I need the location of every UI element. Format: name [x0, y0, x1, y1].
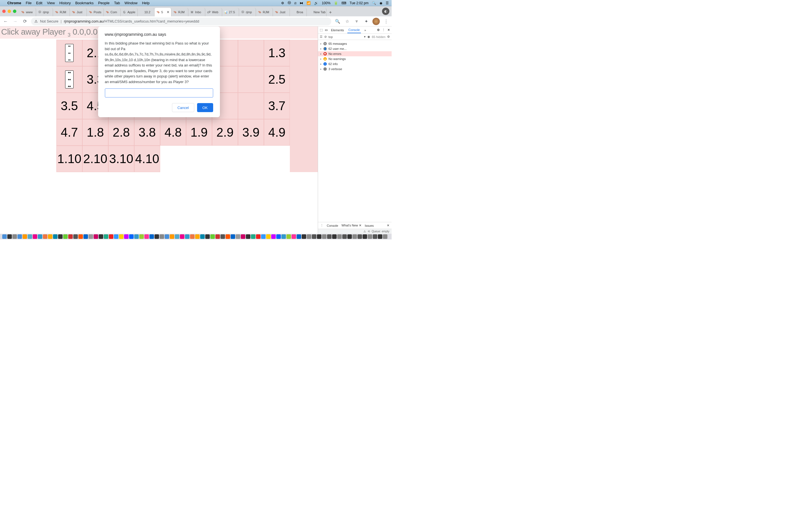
menu-edit[interactable]: Edit — [36, 1, 42, 5]
bluetooth-icon[interactable]: ⧓ — [300, 1, 303, 5]
cancel-button[interactable]: Cancel — [172, 103, 194, 112]
dock-app-icon[interactable] — [383, 234, 388, 239]
dock-app-icon[interactable] — [347, 234, 352, 239]
volume-icon[interactable]: 🔊 — [314, 1, 318, 5]
console-sidebar-icon[interactable]: ☰ — [320, 35, 322, 39]
dock-app-icon[interactable] — [94, 234, 98, 239]
macos-dock[interactable] — [0, 234, 392, 239]
dock-app-icon[interactable] — [337, 234, 342, 239]
chevron-down-icon[interactable]: ▾ — [364, 35, 366, 39]
dock-app-icon[interactable] — [33, 234, 37, 239]
menu-window[interactable]: Window — [124, 1, 137, 5]
drawer-tab-whatsnew[interactable]: What's New ✕ — [342, 224, 361, 227]
dock-app-icon[interactable] — [154, 234, 159, 239]
dock-app-icon[interactable] — [185, 234, 190, 239]
clock[interactable]: Tue 2:02 pm — [350, 1, 368, 5]
menu-people[interactable]: People — [98, 1, 109, 5]
spotlight-icon[interactable]: 🔍 — [372, 1, 376, 5]
dock-app-icon[interactable] — [144, 234, 149, 239]
dock-app-icon[interactable] — [236, 234, 240, 239]
console-filter-verbose[interactable]: ▸⋮3 verbose — [318, 66, 392, 71]
browser-tab[interactable]: 📊27.5 — [222, 8, 239, 16]
dock-app-icon[interactable] — [363, 234, 367, 239]
browser-tab[interactable]: ⓐrjmp — [36, 8, 53, 16]
devtools-close-icon[interactable]: ✕ — [388, 28, 390, 32]
forward-button[interactable]: → — [12, 18, 18, 25]
browser-tab[interactable]: Broa — [290, 8, 307, 16]
browser-tab[interactable]: 🦘5✕ — [154, 8, 171, 16]
dock-app-icon[interactable] — [317, 234, 321, 239]
dock-app-icon[interactable] — [307, 234, 311, 239]
dock-app-icon[interactable] — [225, 234, 230, 239]
ok-button[interactable]: OK — [197, 103, 213, 112]
dock-app-icon[interactable] — [170, 234, 174, 239]
dock-app-icon[interactable] — [266, 234, 271, 239]
dock-app-icon[interactable] — [352, 234, 357, 239]
browser-tab[interactable]: 10.2 — [138, 8, 154, 16]
dock-app-icon[interactable] — [160, 234, 164, 239]
prompt-input[interactable] — [105, 89, 213, 98]
dock-app-icon[interactable] — [165, 234, 169, 239]
address-bar[interactable]: ⚠ Not Secure | rjmprogramming.com.au/HTM… — [31, 17, 331, 25]
dock-app-icon[interactable] — [79, 234, 83, 239]
device-toggle-icon[interactable]: ▭ — [325, 28, 327, 32]
new-tab-button[interactable]: + — [326, 8, 335, 16]
profile-badge-icon[interactable]: ◐ — [382, 8, 389, 15]
search-omnibox-icon[interactable]: 🔍 — [334, 18, 341, 25]
input-icon[interactable]: ⌨ — [342, 1, 346, 5]
console-filter-errors[interactable]: ▸✖No errors — [318, 51, 392, 56]
dock-app-icon[interactable] — [302, 234, 306, 239]
dock-app-icon[interactable] — [261, 234, 266, 239]
window-close-button[interactable] — [2, 10, 6, 13]
dock-app-icon[interactable] — [12, 234, 17, 239]
browser-tab[interactable]: 🦘RJM — [256, 8, 273, 16]
dock-app-icon[interactable] — [38, 234, 42, 239]
browser-tab[interactable]: GApple — [121, 8, 138, 16]
menu-help[interactable]: Help — [142, 1, 150, 5]
dock-app-icon[interactable] — [231, 234, 235, 239]
dock-app-icon[interactable] — [210, 234, 215, 239]
dock-app-icon[interactable] — [378, 234, 382, 239]
profile-avatar[interactable] — [372, 18, 380, 25]
reload-button[interactable]: ⟳ — [21, 18, 28, 25]
dock-app-icon[interactable] — [89, 234, 93, 239]
dock-app-icon[interactable] — [180, 234, 185, 239]
menu-bookmarks[interactable]: Bookmarks — [75, 1, 94, 5]
dock-app-icon[interactable] — [175, 234, 179, 239]
browser-tab[interactable]: 🦘www — [19, 8, 36, 16]
tab-close-icon[interactable]: ✕ — [167, 10, 169, 14]
browser-tab[interactable]: 🦘Posts — [87, 8, 104, 16]
status-icon[interactable]: Ⓜ — [288, 1, 291, 5]
window-minimize-button[interactable] — [8, 10, 11, 13]
back-button[interactable]: ← — [2, 18, 9, 25]
browser-tab[interactable]: 🦘Just — [70, 8, 87, 16]
inspect-icon[interactable]: ⬚ — [320, 28, 322, 32]
dock-app-icon[interactable] — [53, 234, 57, 239]
menu-history[interactable]: History — [59, 1, 70, 5]
devtools-tab-elements[interactable]: Elements — [330, 27, 345, 33]
dock-app-icon[interactable] — [73, 234, 78, 239]
dock-app-icon[interactable] — [271, 234, 276, 239]
devtools-tab-console[interactable]: Console — [347, 27, 361, 33]
devtools-menu-icon[interactable]: ⋮ — [382, 28, 385, 32]
dock-app-icon[interactable] — [297, 234, 301, 239]
window-zoom-button[interactable] — [13, 10, 16, 13]
console-filter-info[interactable]: ▸i62 info — [318, 61, 392, 66]
dock-app-icon[interactable] — [282, 234, 286, 239]
dock-app-icon[interactable] — [215, 234, 220, 239]
dock-app-icon[interactable] — [99, 234, 103, 239]
dock-app-icon[interactable] — [134, 234, 139, 239]
browser-tab[interactable]: 🦘RJM — [53, 8, 70, 16]
dock-app-icon[interactable] — [119, 234, 123, 239]
dock-app-icon[interactable] — [322, 234, 326, 239]
dock-app-icon[interactable] — [43, 234, 47, 239]
browser-tab[interactable]: 🦘RJM — [171, 8, 188, 16]
app-name[interactable]: Chrome — [7, 1, 21, 5]
extensions-puzzle-icon[interactable]: ✦ — [363, 18, 370, 25]
bookmark-star-icon[interactable]: ☆ — [344, 18, 350, 25]
dock-app-icon[interactable] — [256, 234, 260, 239]
dock-app-icon[interactable] — [63, 234, 68, 239]
dock-app-icon[interactable] — [220, 234, 225, 239]
browser-tab[interactable]: MInbo — [188, 8, 205, 16]
dock-app-icon[interactable] — [332, 234, 337, 239]
